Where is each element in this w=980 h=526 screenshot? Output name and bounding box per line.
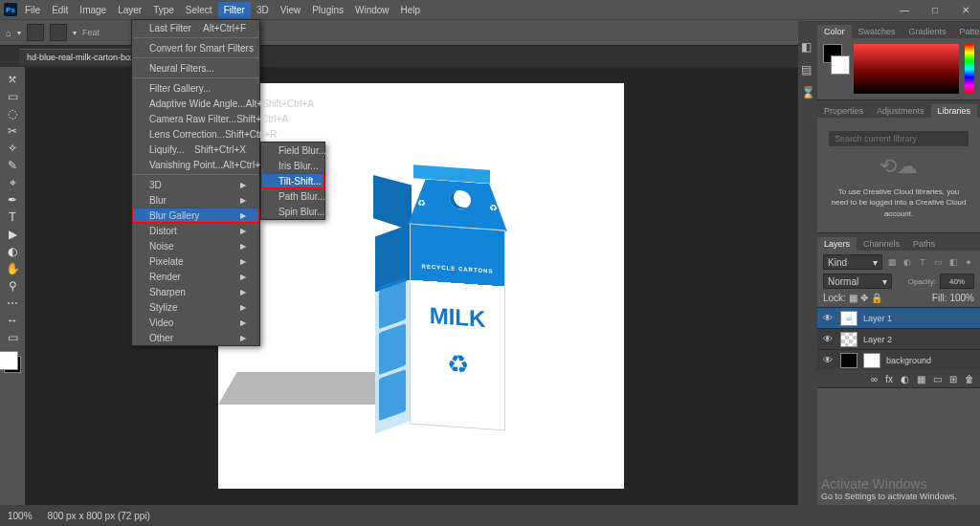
props-tab-adjustments[interactable]: Adjustments: [870, 104, 931, 118]
tool-11[interactable]: ✋: [3, 260, 22, 277]
layer-footer-button-0[interactable]: ∞: [871, 374, 878, 384]
lock-pixels-icon[interactable]: ▦: [849, 293, 858, 303]
foreground-background-swatch[interactable]: [4, 356, 21, 373]
filter-item-distort[interactable]: Distort▶: [132, 223, 259, 238]
tool-5[interactable]: ✎: [3, 157, 22, 174]
filter-item-other[interactable]: Other▶: [132, 330, 259, 345]
blur-gallery-item-iris-blur-[interactable]: Iris Blur...: [261, 158, 324, 173]
menu-window[interactable]: Window: [349, 2, 395, 18]
filter-toggle-icon[interactable]: ●: [963, 257, 974, 267]
opacity-value[interactable]: 40%: [940, 274, 974, 289]
tool-3[interactable]: ✂: [3, 122, 22, 140]
menu-image[interactable]: Image: [74, 2, 112, 18]
menu-file[interactable]: File: [19, 2, 46, 18]
filter-item-adaptive-wide-angle-[interactable]: Adaptive Wide Angle...Alt+Shift+Ctrl+A: [132, 96, 259, 111]
tool-0[interactable]: ⤱: [3, 71, 22, 88]
filter-item-blur-gallery[interactable]: Blur Gallery▶: [132, 208, 259, 223]
menu-layer[interactable]: Layer: [112, 2, 147, 18]
window-close-button[interactable]: ✕: [951, 5, 980, 15]
filter-item-sharpen[interactable]: Sharpen▶: [132, 284, 259, 299]
filter-item-liquify-[interactable]: Liquify...Shift+Ctrl+X: [132, 142, 259, 157]
blur-gallery-item-path-blur-[interactable]: Path Blur...: [261, 188, 324, 204]
opt-icon-1[interactable]: [27, 24, 44, 41]
tool-10[interactable]: ◐: [3, 243, 22, 260]
background-color-swatch[interactable]: [831, 55, 850, 75]
lock-all-icon[interactable]: 🔒: [871, 293, 882, 303]
filter-item-camera-raw-filter-[interactable]: Camera Raw Filter...Shift+Ctrl+A: [132, 111, 259, 126]
blend-mode-select[interactable]: Normal▾: [823, 274, 892, 289]
filter-item-noise[interactable]: Noise▶: [132, 238, 259, 253]
zoom-level[interactable]: 100%: [8, 511, 33, 521]
tool-2[interactable]: ◌: [3, 105, 22, 122]
layer-footer-button-4[interactable]: ▭: [933, 374, 942, 384]
filter-item-lens-correction-[interactable]: Lens Correction...Shift+Ctrl+R: [132, 126, 259, 142]
layer-row[interactable]: 👁background: [817, 349, 980, 370]
tool-7[interactable]: ✒: [3, 191, 22, 208]
filter-type-icon[interactable]: T: [917, 257, 928, 267]
filter-menu-dropdown[interactable]: Last FilterAlt+Ctrl+FConvert for Smart F…: [131, 19, 260, 346]
home-icon[interactable]: ⌂: [6, 28, 11, 38]
layer-filter-kind[interactable]: Kind▾: [823, 254, 882, 270]
blur-gallery-item-spin-blur-[interactable]: Spin Blur...: [261, 204, 324, 219]
window-maximize-button[interactable]: □: [921, 5, 949, 15]
collapsed-panel-icon-1[interactable]: ▤: [801, 63, 814, 77]
blur-gallery-submenu[interactable]: Field Blur...Iris Blur...Tilt-Shift...Pa…: [260, 142, 325, 220]
layer-footer-button-1[interactable]: fx: [885, 374, 893, 384]
props-tab-libraries[interactable]: Libraries: [931, 104, 978, 118]
filter-item-convert-for-smart-filters[interactable]: Convert for Smart Filters: [132, 40, 259, 55]
color-ramp[interactable]: [854, 44, 959, 94]
blur-gallery-item-tilt-shift-[interactable]: Tilt-Shift...: [261, 173, 324, 188]
layers-tab-paths[interactable]: Paths: [906, 237, 942, 251]
filter-item-video[interactable]: Video▶: [132, 315, 259, 330]
tool-15[interactable]: ▭: [3, 329, 22, 346]
blur-gallery-item-field-blur-[interactable]: Field Blur...: [261, 142, 324, 158]
filter-shape-icon[interactable]: ▭: [932, 257, 944, 267]
layer-footer-button-5[interactable]: ⊞: [949, 374, 957, 384]
fill-value[interactable]: 100%: [949, 293, 974, 303]
window-minimize-button[interactable]: —: [890, 5, 919, 15]
opt-icon-2[interactable]: [50, 24, 67, 41]
filter-item-blur[interactable]: Blur▶: [132, 192, 259, 208]
library-search-input[interactable]: [829, 131, 969, 146]
layer-row[interactable]: 👁▭Layer 1: [817, 307, 980, 328]
visibility-toggle-icon[interactable]: 👁: [821, 313, 835, 323]
visibility-toggle-icon[interactable]: 👁: [821, 355, 835, 365]
tool-6[interactable]: ⌖: [3, 174, 22, 191]
collapsed-panel-icon-0[interactable]: ◧: [801, 40, 814, 54]
menu-edit[interactable]: Edit: [46, 2, 74, 18]
color-tab-swatches[interactable]: Swatches: [852, 25, 902, 38]
filter-item-pixelate[interactable]: Pixelate▶: [132, 253, 259, 269]
filter-item-3d[interactable]: 3D▶: [132, 177, 259, 192]
filter-item-stylize[interactable]: Stylize▶: [132, 299, 259, 315]
layer-footer-button-2[interactable]: ◐: [901, 374, 909, 384]
tool-9[interactable]: ▶: [3, 226, 22, 243]
visibility-toggle-icon[interactable]: 👁: [821, 334, 835, 344]
tool-4[interactable]: ✧: [3, 140, 22, 157]
hue-bar[interactable]: [965, 44, 974, 94]
color-tab-patterns[interactable]: Patterns: [953, 25, 980, 38]
layers-tab-layers[interactable]: Layers: [817, 237, 857, 251]
collapsed-panel-icon-2[interactable]: ⌛: [801, 86, 814, 99]
tool-12[interactable]: ⚲: [3, 277, 22, 295]
menu-select[interactable]: Select: [180, 2, 218, 18]
filter-item-vanishing-point-[interactable]: Vanishing Point...Alt+Ctrl+V: [132, 157, 259, 172]
props-tab-properties[interactable]: Properties: [817, 104, 870, 118]
tool-8[interactable]: T: [3, 208, 22, 226]
tool-13[interactable]: ⋯: [3, 295, 22, 312]
tool-14[interactable]: ↔: [3, 312, 22, 329]
layers-tab-channels[interactable]: Channels: [857, 237, 906, 251]
color-tab-color[interactable]: Color: [817, 25, 852, 38]
filter-item-filter-gallery-[interactable]: Filter Gallery...: [132, 80, 259, 96]
color-tab-gradients[interactable]: Gradients: [902, 25, 953, 38]
menu-view[interactable]: View: [275, 2, 307, 18]
filter-adjust-icon[interactable]: ◐: [902, 257, 913, 267]
layer-row[interactable]: 👁Layer 2: [817, 328, 980, 349]
tool-1[interactable]: ▭: [3, 88, 22, 105]
menu-type[interactable]: Type: [147, 2, 180, 18]
menu-plugins[interactable]: Plugins: [306, 2, 349, 18]
menu-3d[interactable]: 3D: [251, 2, 275, 18]
lock-position-icon[interactable]: ✥: [860, 293, 868, 303]
layer-footer-button-6[interactable]: 🗑: [965, 374, 974, 384]
menu-filter[interactable]: Filter: [218, 2, 251, 18]
layer-footer-button-3[interactable]: ▦: [917, 374, 925, 384]
